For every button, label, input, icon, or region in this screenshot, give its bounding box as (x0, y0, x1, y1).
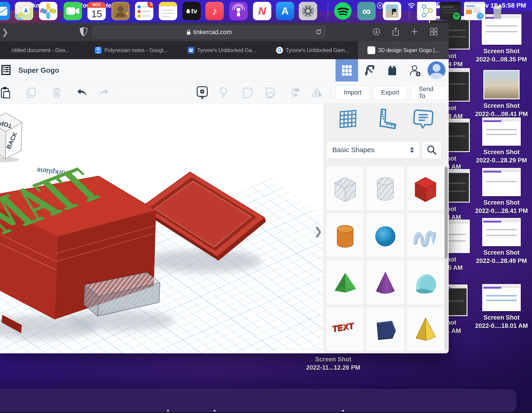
shape-category-value: Basic Shapes (332, 146, 374, 154)
url-bar[interactable]: tinkercad.com (93, 26, 326, 39)
group-icon[interactable] (242, 86, 254, 99)
tab-label: Tyrone's Unblocked Gam... (286, 47, 349, 54)
news-glyph: N (258, 5, 266, 17)
import-button[interactable]: Import (336, 86, 370, 100)
shape-round-roof[interactable] (407, 260, 444, 304)
panel-collapse-icon[interactable]: ❯ (314, 225, 323, 237)
dock-appstore-icon[interactable]: A (276, 2, 294, 20)
dock-spotify-icon[interactable] (334, 2, 352, 20)
shape-box[interactable] (326, 166, 364, 210)
new-tab-icon[interactable] (411, 28, 418, 36)
dock-minimized-window-spotify[interactable] (440, 2, 461, 20)
privacy-shield-icon[interactable] (80, 27, 87, 38)
tab-label: Tyrone's Unblocked Ga... (197, 47, 256, 54)
tab-untitled-document[interactable]: ntitled document - Goo... (0, 41, 86, 59)
import-label: Import (344, 89, 361, 96)
workplane-tool-icon[interactable] (338, 108, 360, 131)
tab-overview-icon[interactable] (430, 28, 438, 37)
settings-label: Settings (284, 352, 308, 354)
desktop-icon-label: Screen Shot (460, 148, 532, 156)
desktop-icon[interactable]: Screen Shot 2022-0....28.41 PM (460, 168, 532, 215)
dock-appletv-icon[interactable]: tv (182, 2, 201, 20)
3d-viewport[interactable]: Workplane TOP BACK T (0, 104, 323, 353)
3d-scene[interactable]: MATT (0, 104, 323, 353)
tab-polynesian-notes[interactable]: Polynesian notes - Googl... (86, 41, 177, 59)
shape-roof[interactable] (326, 260, 364, 304)
dock-arduino-icon[interactable]: ∞ (357, 2, 376, 20)
shape-pyramid[interactable] (407, 307, 444, 351)
desktop-icon[interactable]: Screen Shot 2022-0....18.01 AM (460, 284, 532, 330)
dock-notes-icon[interactable] (159, 2, 177, 20)
user-avatar[interactable] (428, 61, 446, 79)
desktop-icon[interactable]: Screen Shot 2022-0...28.49 PM (460, 218, 532, 265)
design-title[interactable]: Super Gogo (18, 66, 59, 75)
red-tray-shape[interactable] (141, 172, 266, 261)
settings-button[interactable]: Settings (276, 349, 316, 353)
paste-icon[interactable] (0, 86, 10, 99)
dock-music-icon[interactable]: ♪ (205, 2, 224, 20)
ungroup-icon[interactable] (264, 86, 276, 99)
dock-maps-icon[interactable] (15, 2, 33, 20)
delete-icon[interactable] (51, 87, 62, 99)
desktop-icon-label: 2022-0....28.41 PM (460, 207, 532, 215)
copy-icon[interactable] (26, 87, 38, 99)
shape-search-button[interactable] (422, 141, 442, 159)
desktop-icon[interactable]: Screen Shot 2022-0...08.35 PM (460, 14, 532, 64)
dock-mail-icon[interactable] (0, 2, 10, 20)
shape-text[interactable]: TEXTTEXT (326, 307, 364, 351)
tab-tinkercad-active[interactable]: 3D design Super Gogo |... (358, 41, 449, 59)
align-icon[interactable] (290, 86, 301, 99)
export-button[interactable]: Export (373, 86, 407, 100)
desktop-icon[interactable]: Screen Shot 2022-0....08.41 PM (460, 70, 532, 118)
design-menu-icon[interactable] (0, 64, 12, 77)
shape-cylinder[interactable] (367, 166, 404, 210)
minecraft-pickaxe-button[interactable] (358, 59, 381, 81)
blocks-view-button[interactable] (335, 59, 358, 81)
share-icon[interactable] (392, 27, 399, 37)
desktop-icon[interactable]: Screen Shot 2022-11...12.26 PM (292, 355, 375, 372)
send-to-button[interactable]: Send To (411, 86, 447, 100)
lightbulb-icon[interactable] (219, 86, 228, 99)
shape-orange-cylinder[interactable] (326, 213, 364, 257)
dock-photo-widget-icon[interactable] (383, 2, 401, 20)
running-indicator-dot (214, 410, 216, 412)
shape-polygon[interactable] (367, 307, 404, 351)
desktop-icon-label: 2022-0...08.35 PM (460, 55, 532, 64)
downloads-icon[interactable] (372, 28, 380, 37)
dock-reminders-icon[interactable]: 3 (135, 2, 153, 20)
dock-news-icon[interactable]: N (253, 2, 271, 20)
screen-record-icon[interactable] (377, 2, 383, 9)
dock-trash-icon[interactable] (488, 2, 506, 20)
lego-brick-button[interactable] (381, 59, 403, 81)
shape-red-box[interactable] (407, 166, 444, 210)
mirror-icon[interactable] (311, 86, 323, 99)
reload-icon[interactable] (315, 28, 322, 37)
panel-scrollbar-thumb[interactable] (445, 167, 448, 259)
tab-tyrones-unblocked-2[interactable]: G Tyrone's Unblocked Gam... (267, 41, 358, 59)
url-text: tinkercad.com (193, 29, 232, 36)
dock-photos-icon[interactable] (39, 2, 57, 20)
shape-sphere[interactable] (367, 213, 404, 257)
dock-facetime-icon[interactable] (64, 2, 82, 20)
undo-icon[interactable] (76, 87, 88, 98)
dock-system-settings-icon[interactable] (299, 2, 317, 20)
tab-tyrones-unblocked-1[interactable]: Tyrone's Unblocked Ga... (177, 41, 267, 59)
tab-label: 3D design Super Gogo |... (378, 47, 439, 54)
dock-contacts-icon[interactable] (111, 2, 130, 20)
text-shape-glyph: TEXT (332, 320, 353, 334)
shape-scribble[interactable] (407, 213, 444, 257)
dock-minimized-window-safari[interactable] (464, 2, 485, 20)
shape-category-select[interactable]: Basic Shapes (327, 141, 419, 159)
shapes-panel: Basic Shapes (323, 104, 449, 353)
add-collaborator-button[interactable] (403, 59, 426, 81)
ruler-tool-icon[interactable] (375, 108, 397, 131)
redo-icon[interactable] (98, 87, 110, 98)
forward-icon[interactable]: ❯ (2, 28, 9, 37)
desktop-icon[interactable]: Screen Shot 2022-0...28.29 PM (460, 117, 532, 165)
show-all-icon[interactable] (196, 86, 208, 100)
dock-podcasts-icon[interactable] (229, 2, 248, 20)
notes-tool-icon[interactable] (412, 108, 434, 131)
dock-minimized-window-diagram[interactable] (417, 2, 436, 20)
dock-calendar-icon[interactable]: NOV 15 (87, 2, 106, 20)
shape-cone[interactable] (367, 260, 404, 304)
